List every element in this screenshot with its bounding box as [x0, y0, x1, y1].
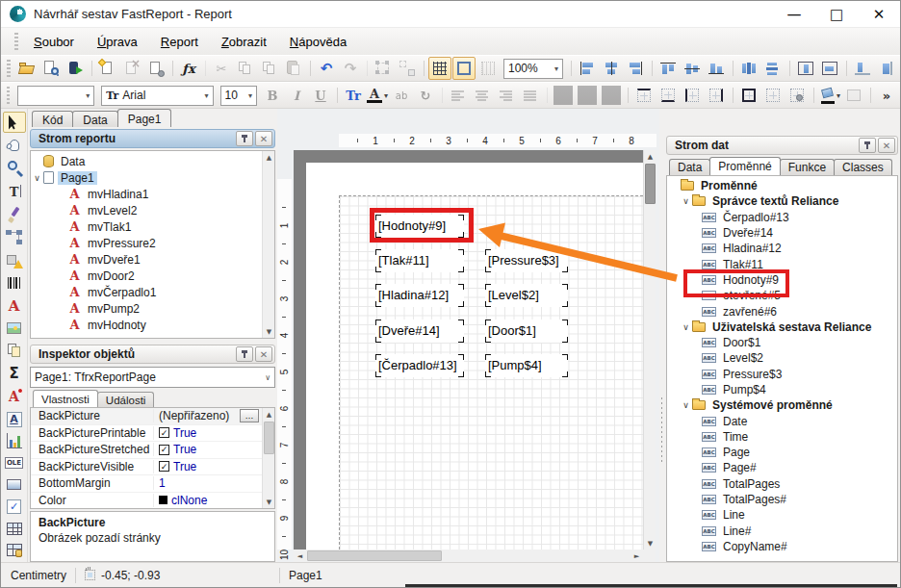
report-tree-item[interactable]: mvHodnoty	[31, 317, 274, 333]
italic-button[interactable]: I	[285, 84, 308, 107]
chevron-down-icon[interactable]: ▾	[80, 91, 90, 100]
minimize-button[interactable]: —	[773, 1, 815, 27]
data-tree-item[interactable]: Level$2	[667, 350, 897, 366]
data-tree-item[interactable]: Hodnoty#9	[667, 272, 897, 288]
expander-icon[interactable]: ∨	[680, 196, 692, 206]
tab-data[interactable]: Data	[72, 111, 117, 127]
zoom-level-combo[interactable]: 100% ▾	[503, 59, 563, 79]
menu-napoveda[interactable]: Nápověda	[278, 31, 358, 53]
style-combo[interactable]: ▾	[17, 86, 94, 106]
data-dictionary-button[interactable]	[64, 57, 87, 80]
frame-bottom-button[interactable]	[656, 84, 680, 107]
data-tree-item[interactable]: Line#	[667, 524, 897, 539]
panel-close-button[interactable]: ✕	[255, 131, 272, 146]
pin-button[interactable]	[236, 346, 253, 362]
expander-icon[interactable]: ∨	[31, 173, 43, 183]
report-tree-item[interactable]: mvČerpadlo1	[31, 284, 274, 300]
report-object[interactable]: [Level$2]	[485, 284, 568, 307]
report-tree-item[interactable]: mvLevel2	[31, 202, 274, 218]
BackPicturePrintable[interactable]: BackPicturePrintable True	[31, 425, 274, 443]
fit-to-grid-button[interactable]	[476, 57, 500, 80]
chevron-down-icon[interactable]: ▾	[199, 91, 209, 100]
checkbox-object-tool[interactable]: ✓	[3, 497, 26, 517]
property-value[interactable]: (Nepřiřazeno) …	[154, 409, 261, 422]
font-color-button[interactable]: Tr	[342, 84, 365, 107]
tab-vlastnosti[interactable]: Vlastnosti	[33, 390, 98, 407]
expander-icon[interactable]: ∨	[680, 322, 692, 332]
show-grid-button[interactable]	[428, 57, 451, 80]
underline-button[interactable]: U	[309, 84, 332, 107]
checkbox-icon[interactable]	[159, 445, 169, 455]
align-text-justify-button[interactable]	[519, 84, 542, 107]
report-page[interactable]: [Hodnoty#9] [Tlak#11] [Pressure$3] [Hlad…	[306, 163, 643, 550]
barcode-object-tool[interactable]	[3, 273, 26, 294]
align-text-left-button[interactable]	[447, 84, 470, 107]
align-top-button[interactable]	[656, 57, 680, 80]
data-tree-item[interactable]: Page	[667, 445, 897, 460]
same-width-button[interactable]	[851, 57, 874, 80]
checkbox-icon[interactable]	[159, 427, 169, 438]
richtext-object-tool[interactable]: A	[3, 386, 26, 407]
tab-page1[interactable]: Page1	[117, 109, 172, 127]
ole-object-tool[interactable]: OLE	[3, 453, 26, 473]
report-tree-item[interactable]: mvDveře1	[31, 251, 274, 268]
tab-udalosti[interactable]: Události	[97, 392, 155, 407]
align-middle-button[interactable]	[681, 57, 704, 80]
align-text-right-button[interactable]	[495, 84, 518, 107]
valign-middle-button[interactable]	[576, 84, 599, 107]
format-painter-tool[interactable]	[3, 204, 26, 225]
property-value[interactable]: 1	[154, 476, 261, 490]
object-selector-combo[interactable]: Page1: TfrxReportPage ∨	[30, 367, 275, 388]
fill-color-button[interactable]	[818, 84, 841, 107]
panel-close-button[interactable]: ✕	[878, 138, 895, 153]
checkbox-icon[interactable]	[159, 461, 169, 472]
report-tree-item[interactable]: Data	[31, 153, 274, 169]
data-tree-item[interactable]: Line	[667, 507, 897, 523]
open-button[interactable]	[15, 57, 39, 80]
menu-uprava[interactable]: Úprava	[86, 31, 149, 53]
hand-tool[interactable]	[3, 135, 26, 156]
zoom-tool[interactable]	[3, 158, 26, 179]
data-table-object-tool[interactable]	[3, 540, 26, 560]
data-tree-item[interactable]: Čerpadlo#13	[667, 210, 897, 225]
align-left-button[interactable]	[576, 57, 599, 80]
property-value[interactable]: True	[154, 443, 261, 456]
align-text-center-button[interactable]	[471, 84, 494, 107]
data-tree-item[interactable]: Time	[667, 429, 897, 445]
pin-button[interactable]	[236, 131, 253, 146]
frame-all-button[interactable]	[737, 84, 760, 107]
data-tree-item[interactable]: Proměnné	[667, 178, 897, 193]
cut-button[interactable]: ✂	[210, 57, 233, 80]
property-value[interactable]: True	[154, 460, 261, 473]
picture-object-tool[interactable]	[3, 319, 26, 339]
diagram-tool[interactable]	[3, 227, 26, 248]
scrollbar-thumb[interactable]	[645, 164, 656, 204]
chevron-down-icon[interactable]: ▾	[243, 91, 252, 100]
tab-promenne[interactable]: Proměnné	[709, 157, 780, 175]
property-grid-scrollbar[interactable]: ▲ ▼	[262, 408, 274, 508]
BackPicture[interactable]: BackPicture (Nepřiřazeno) …	[31, 408, 274, 425]
scroll-right-icon[interactable]: ►	[631, 550, 643, 562]
BottomMargin[interactable]: BottomMargin 1	[31, 475, 274, 493]
text-decoration-color-button[interactable]: A	[366, 84, 389, 107]
font-size-combo[interactable]: 10 ▾	[220, 86, 257, 106]
frame-edit-button[interactable]	[785, 84, 809, 107]
report-tree-item[interactable]: mvPump2	[31, 300, 274, 317]
dialog-page-tool[interactable]	[3, 250, 26, 271]
delete-page-button[interactable]	[120, 57, 143, 80]
report-object[interactable]: [Dveře#14]	[375, 320, 464, 343]
menu-zobrazit[interactable]: Zobrazit	[210, 31, 278, 53]
data-tree-item[interactable]: ∨ Správce textů Reliance	[667, 193, 897, 209]
canvas-vertical-scrollbar[interactable]: ▲ ▼	[643, 150, 656, 550]
report-tree-item[interactable]: mvDoor2	[31, 268, 274, 284]
data-tree-item[interactable]: TotalPages	[667, 476, 897, 492]
data-tree-item[interactable]: Date	[667, 413, 897, 428]
tab-data-vars[interactable]: Data	[669, 159, 710, 175]
table-object-tool[interactable]	[3, 519, 26, 539]
copy-button[interactable]	[234, 57, 257, 80]
space-horizontal-button[interactable]	[737, 57, 760, 80]
redo-button[interactable]: ↷	[339, 57, 362, 80]
menu-report[interactable]: Report	[149, 31, 210, 53]
chart-object-tool[interactable]	[3, 431, 26, 451]
report-tree-item[interactable]: mvTlak1	[31, 218, 274, 235]
